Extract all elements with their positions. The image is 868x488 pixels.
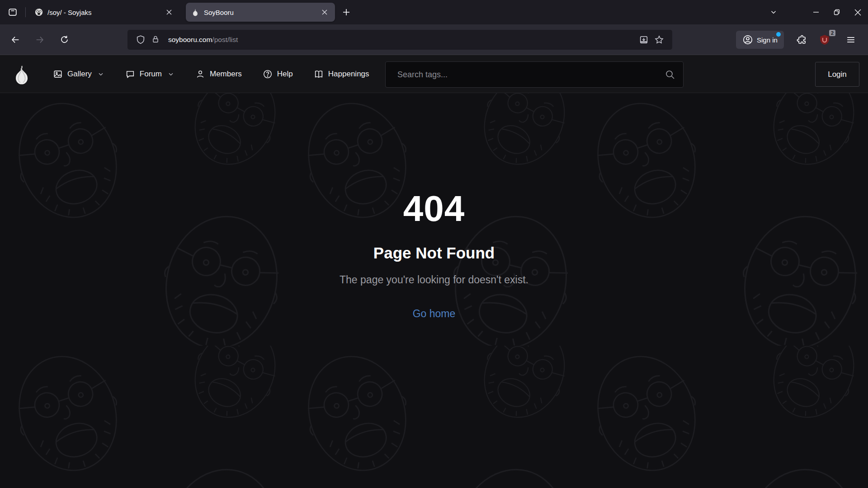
error-title: Page Not Found <box>0 244 868 262</box>
sign-in-button[interactable]: Sign in <box>736 31 784 49</box>
chevron-down-icon <box>167 70 175 78</box>
help-icon <box>263 69 273 79</box>
nav-item-happenings[interactable]: Happenings <box>314 69 369 79</box>
nav-label: Help <box>277 70 293 79</box>
members-icon <box>195 69 205 79</box>
login-button[interactable]: Login <box>815 62 859 87</box>
menu-button[interactable] <box>843 32 859 48</box>
tab-soybooru[interactable]: SoyBooru <box>186 3 335 22</box>
tab-title: /soy/ - Soyjaks <box>47 9 163 16</box>
nav-label: Forum <box>140 70 162 79</box>
chevron-down-icon <box>97 70 104 78</box>
error-404-section: 404 Page Not Found The page you're looki… <box>0 93 868 320</box>
nav-label: Happenings <box>328 70 369 79</box>
soyjak-favicon-icon <box>35 8 43 16</box>
firefox-view-icon <box>8 7 18 17</box>
lock-icon[interactable] <box>151 35 161 45</box>
tag-search <box>385 61 684 88</box>
nav-item-help[interactable]: Help <box>263 69 293 79</box>
tab-title: SoyBooru <box>204 9 319 16</box>
window-controls <box>765 0 868 24</box>
url-bar[interactable]: soybooru.com/post/list <box>127 30 672 50</box>
notification-dot <box>776 32 781 37</box>
url-text: soybooru.com/post/list <box>168 36 636 44</box>
happenings-icon <box>314 69 324 79</box>
nav-label: Members <box>210 70 242 79</box>
gallery-icon <box>53 69 63 79</box>
onion-favicon-icon <box>191 8 199 16</box>
forward-button[interactable] <box>32 32 48 48</box>
site-navbar: Gallery Forum Members <box>0 56 868 93</box>
minimize-button[interactable] <box>806 0 826 24</box>
tab-divider <box>25 7 26 17</box>
search-input[interactable] <box>385 61 684 88</box>
sign-in-label: Sign in <box>757 36 778 44</box>
tracking-shield-icon[interactable] <box>136 35 146 45</box>
error-message: The page you're looking for doesn't exis… <box>0 274 868 286</box>
firefox-view-button[interactable] <box>4 4 22 21</box>
tab-close-button[interactable] <box>163 6 175 18</box>
error-code: 404 <box>0 188 868 230</box>
reload-button[interactable] <box>56 32 72 48</box>
nav-item-members[interactable]: Members <box>195 69 242 79</box>
tab-bar: /soy/ - Soyjaks SoyBooru <box>0 0 868 24</box>
ublock-badge: 2 <box>829 30 835 36</box>
restore-button[interactable] <box>826 0 847 24</box>
nav-label: Gallery <box>67 70 92 79</box>
forum-icon <box>125 69 135 79</box>
url-domain: soybooru.com <box>168 36 212 43</box>
nav-item-forum[interactable]: Forum <box>125 69 175 79</box>
list-all-tabs-button[interactable] <box>765 4 782 20</box>
browser-window: /soy/ - Soyjaks SoyBooru <box>0 0 868 488</box>
tab-soyjaks[interactable]: /soy/ - Soyjaks <box>29 3 179 22</box>
ublock-origin-button[interactable]: 2 <box>816 32 833 48</box>
tab-close-button[interactable] <box>319 6 330 18</box>
soybooru-logo-onion-icon[interactable] <box>11 64 32 84</box>
page-content: Gallery Forum Members <box>0 56 868 488</box>
save-page-icon[interactable] <box>639 35 649 45</box>
nav-item-gallery[interactable]: Gallery <box>53 69 104 79</box>
back-button[interactable] <box>7 32 24 48</box>
extensions-button[interactable] <box>794 32 810 48</box>
browser-toolbar: soybooru.com/post/list Sign in 2 <box>0 24 868 55</box>
go-home-link[interactable]: Go home <box>413 308 456 320</box>
close-window-button[interactable] <box>847 0 868 24</box>
account-icon <box>742 34 753 45</box>
search-icon[interactable] <box>665 69 675 80</box>
url-path: /post/list <box>212 36 238 43</box>
new-tab-button[interactable] <box>339 5 354 20</box>
bookmark-star-icon[interactable] <box>654 35 664 45</box>
